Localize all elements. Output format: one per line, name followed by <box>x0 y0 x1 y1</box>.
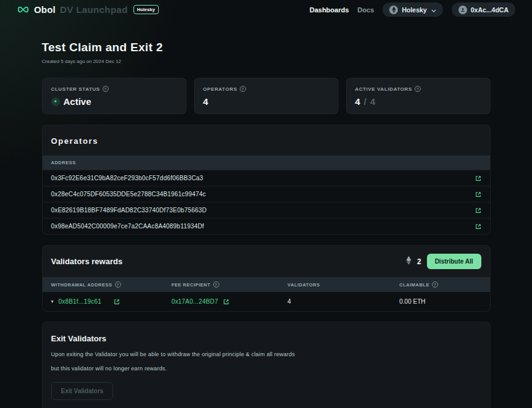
chevron-down-icon <box>431 6 436 14</box>
distribute-all-button[interactable]: Distribute All <box>427 254 481 269</box>
external-link-icon[interactable] <box>114 299 120 305</box>
rewards-table-header: Withdrawal Address Fee Recipient Validat… <box>43 277 490 292</box>
operators-section-title: Operators <box>51 136 99 146</box>
page-title: Test Claim and Exit 2 <box>42 41 491 54</box>
cluster-status-value: Active <box>64 96 91 107</box>
help-icon[interactable] <box>115 281 121 288</box>
operators-count-card: Operators 4 <box>194 78 339 114</box>
rewards-section-title: Validators rewards <box>51 257 123 266</box>
help-icon[interactable] <box>103 86 109 92</box>
exit-validators-card: Exit Validators Upon exiting the Validat… <box>42 322 491 408</box>
validators-column-header: Validators <box>287 282 320 288</box>
operators-count-value: 4 <box>203 96 208 107</box>
operator-address: 0x3Fc92E6e31C9bA82ceF293b0cF57dd6f06BB3C… <box>51 175 203 181</box>
active-validators-card: Active Validators 4 / 4 <box>346 78 491 114</box>
operators-card: Operators Address 0x3Fc92E6e31C9bA82ceF2… <box>42 125 491 235</box>
operator-address: 0x98eAD5042C00009e7ce7a2CAAc8A4089b11934… <box>51 223 205 230</box>
table-row: 0x8B1f...19c61 0x17A0...24BD7 4 0.00 ETH <box>43 292 490 311</box>
network-selector-button[interactable]: Holesky <box>382 2 442 17</box>
obol-logo[interactable]: Obol DV Launchpad Holesky <box>17 4 159 15</box>
claimable-amount: 0.00 ETH <box>399 298 481 305</box>
table-row: 0x98eAD5042C00009e7ce7a2CAAc8A4089b11934… <box>43 218 490 234</box>
nav-dashboards[interactable]: Dashboards <box>310 6 349 14</box>
account-button[interactable]: 0xAc...4dCA <box>452 2 515 17</box>
account-address-label: 0xAc...4dCA <box>471 6 509 14</box>
validators-rewards-card: Validators rewards 2 Distribute All With… <box>42 245 491 312</box>
brand-product: DV Launchpad <box>60 4 128 15</box>
withdrawal-address-link[interactable]: 0x8B1f...19c61 <box>59 298 102 305</box>
fee-recipient-link[interactable]: 0x17A0...24BD7 <box>171 298 218 305</box>
active-validators-total: 4 <box>370 96 375 107</box>
chevron-down-icon[interactable] <box>51 299 54 304</box>
nav-docs[interactable]: Docs <box>358 6 374 14</box>
external-link-icon[interactable] <box>475 191 481 198</box>
network-badge: Holesky <box>133 5 159 14</box>
active-validators-separator: / <box>364 96 366 107</box>
claimable-column-header: Claimable <box>399 282 429 288</box>
fee-recipient-column-header: Fee Recipient <box>171 282 210 288</box>
withdrawal-address-column-header: Withdrawal Address <box>51 282 112 288</box>
exit-section-title: Exit Validators <box>51 334 481 343</box>
exit-validators-button[interactable]: Exit Validators <box>51 382 114 400</box>
address-column-header: Address <box>51 160 76 165</box>
help-icon[interactable] <box>432 281 438 288</box>
network-selector-label: Holesky <box>402 6 426 14</box>
eth-diamond-icon <box>406 256 412 267</box>
validators-count: 4 <box>287 298 399 305</box>
page-subtitle: Created 5 days ago on 2024 Dec 12 <box>42 59 491 64</box>
external-link-icon[interactable] <box>475 207 481 214</box>
operators-count-label: Operators <box>203 86 237 92</box>
table-row: 0xE82619B18BF7489FdAD82C33740Df73E0b7566… <box>43 202 490 218</box>
exit-description-line2: but this validator will no longer earn r… <box>51 365 481 372</box>
stats-row: Cluster Status Active Operators 4 Active… <box>42 78 491 114</box>
exit-description-line1: Upon exiting the Validator you will be a… <box>51 351 481 357</box>
operators-table-header: Address <box>43 156 490 170</box>
table-row: 0x3Fc92E6e31C9bA82ceF293b0cF57dd6f06BB3C… <box>43 170 490 186</box>
active-validators-label: Active Validators <box>355 86 412 92</box>
external-link-icon[interactable] <box>475 223 481 230</box>
top-header: Obol DV Launchpad Holesky Dashboards Doc… <box>0 0 532 19</box>
ethereum-network-icon <box>389 6 398 14</box>
table-row: 0x28eC4c075DF60535DDE5e2788C34B1961c9947… <box>43 186 490 202</box>
cluster-status-card: Cluster Status Active <box>42 78 187 114</box>
status-sparkle-icon <box>51 98 60 106</box>
active-validators-value: 4 <box>355 96 360 107</box>
obol-infinity-icon <box>17 6 30 14</box>
total-rewards-value: 2 <box>417 257 421 266</box>
help-icon[interactable] <box>415 86 421 92</box>
brand-name: Obol <box>34 4 56 15</box>
external-link-icon[interactable] <box>475 175 481 181</box>
person-icon <box>458 6 467 14</box>
cluster-status-label: Cluster Status <box>51 86 100 92</box>
operator-address: 0x28eC4c075DF60535DDE5e2788C34B1961c9947… <box>51 191 206 198</box>
external-link-icon[interactable] <box>223 299 229 305</box>
operator-address: 0xE82619B18BF7489FdAD82C33740Df73E0b7566… <box>51 207 207 214</box>
help-icon[interactable] <box>240 86 246 92</box>
help-icon[interactable] <box>213 281 219 288</box>
